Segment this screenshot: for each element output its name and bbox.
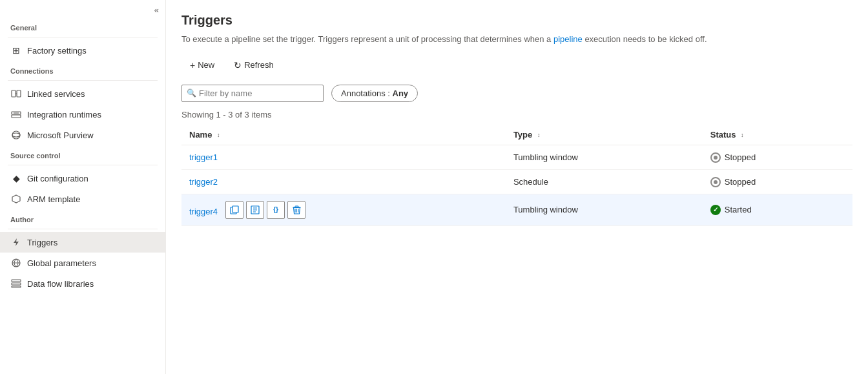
- col-type: Type ↕: [506, 125, 703, 145]
- sidebar-item-linked-services[interactable]: Linked services: [0, 83, 165, 104]
- section-label-source-control: Source control: [0, 145, 165, 162]
- status-dot: [710, 205, 721, 215]
- copy-button[interactable]: [225, 201, 243, 219]
- purview-icon: [10, 129, 22, 141]
- trigger-status-cell: Started: [703, 194, 852, 225]
- col-status: Status ↕: [703, 125, 852, 145]
- global-params-icon: [10, 257, 22, 269]
- sidebar-item-label: ARM template: [27, 194, 80, 204]
- trigger-type-cell: Schedule: [506, 169, 703, 194]
- trigger-link[interactable]: trigger1: [189, 152, 218, 162]
- divider-general: [8, 37, 158, 37]
- git-icon: ◆: [10, 172, 22, 184]
- annotations-value: Any: [393, 88, 409, 98]
- type-sort-icon[interactable]: ↕: [537, 132, 541, 138]
- sidebar-item-global-parameters[interactable]: Global parameters: [0, 253, 165, 273]
- triggers-table: Name ↕ Type ↕ Status ↕ trigger1Tumbling …: [181, 125, 852, 226]
- filter-input[interactable]: [181, 85, 324, 102]
- svg-point-7: [12, 133, 20, 137]
- sidebar-item-integration-runtimes[interactable]: Integration runtimes: [0, 104, 165, 125]
- page-title: Triggers: [181, 13, 852, 28]
- new-label: New: [198, 60, 214, 70]
- sidebar: « General ⊞ Factory settings Connections…: [0, 0, 166, 374]
- filter-input-wrap: 🔍: [181, 85, 324, 102]
- trigger-link[interactable]: trigger2: [189, 177, 218, 187]
- svg-rect-4: [12, 115, 21, 118]
- trigger-name-cell: trigger2: [181, 169, 506, 194]
- trigger-status-cell: Stopped: [703, 145, 852, 169]
- sidebar-item-arm-template[interactable]: ARM template: [0, 189, 165, 209]
- integration-icon: [10, 109, 22, 120]
- divider-source-control: [8, 165, 158, 165]
- trigger-link[interactable]: trigger4: [189, 207, 218, 216]
- refresh-button[interactable]: ↻ Refresh: [225, 56, 282, 74]
- svg-rect-13: [12, 286, 21, 287]
- svg-point-6: [12, 131, 20, 139]
- svg-rect-11: [12, 280, 21, 282]
- section-label-connections: Connections: [0, 61, 165, 78]
- refresh-label: Refresh: [244, 60, 274, 70]
- svg-rect-15: [232, 206, 238, 213]
- arm-icon: [10, 193, 22, 205]
- section-label-general: General: [0, 17, 165, 34]
- plus-icon: +: [190, 60, 195, 70]
- svg-rect-24: [295, 206, 298, 207]
- page-description: To execute a pipeline set the trigger. T…: [181, 33, 763, 46]
- sidebar-item-label: Factory settings: [27, 46, 87, 56]
- status-text: Stopped: [725, 177, 756, 187]
- sidebar-item-triggers[interactable]: Triggers: [0, 232, 165, 253]
- link-icon: [10, 88, 22, 99]
- status-dot: [710, 152, 721, 163]
- clone-button[interactable]: [246, 201, 264, 219]
- table-header-row: Name ↕ Type ↕ Status ↕: [181, 125, 852, 145]
- table-row: trigger4{}Tumbling windowStarted: [181, 194, 852, 225]
- trigger-name-cell: trigger4{}: [181, 194, 506, 225]
- row-actions: {}: [225, 201, 305, 219]
- trigger-type-cell: Tumbling window: [506, 145, 703, 169]
- sidebar-item-data-flow-libraries[interactable]: Data flow libraries: [0, 273, 165, 294]
- delete-button[interactable]: [287, 201, 305, 219]
- sidebar-item-microsoft-purview[interactable]: Microsoft Purview: [0, 125, 165, 145]
- name-sort-icon[interactable]: ↕: [217, 132, 220, 138]
- status-text: Stopped: [725, 152, 756, 162]
- triggers-icon: [10, 236, 22, 248]
- sidebar-item-factory-settings[interactable]: ⊞ Factory settings: [0, 40, 165, 61]
- svg-rect-1: [17, 90, 21, 97]
- annotations-label: Annotations: [341, 88, 386, 98]
- trigger-name-cell: trigger1: [181, 145, 506, 169]
- section-label-author: Author: [0, 209, 165, 226]
- status-dot: [710, 177, 721, 187]
- trigger-status-cell: Stopped: [703, 169, 852, 194]
- showing-label: Showing 1 - 3 of 3 items: [181, 110, 852, 119]
- divider-author: [8, 229, 158, 229]
- collapse-button[interactable]: «: [0, 0, 165, 17]
- toolbar: + New ↻ Refresh: [181, 56, 852, 74]
- sidebar-item-label: Linked services: [27, 89, 85, 99]
- table-row: trigger2ScheduleStopped: [181, 169, 852, 194]
- col-name: Name ↕: [181, 125, 506, 145]
- status-badge: Stopped: [710, 152, 756, 163]
- data-flow-icon: [10, 278, 22, 289]
- divider-connections: [8, 80, 158, 81]
- refresh-icon: ↻: [234, 60, 242, 70]
- svg-rect-0: [12, 90, 16, 97]
- status-badge: Stopped: [710, 177, 756, 187]
- sidebar-item-label: Triggers: [27, 238, 57, 247]
- status-badge: Started: [710, 205, 752, 215]
- svg-rect-12: [12, 283, 21, 285]
- table-row: trigger1Tumbling windowStopped: [181, 145, 852, 169]
- search-icon: 🔍: [187, 88, 196, 98]
- sidebar-item-label: Microsoft Purview: [27, 130, 94, 140]
- factory-settings-icon: ⊞: [10, 45, 22, 56]
- main-content: Triggers To execute a pipeline set the t…: [166, 0, 868, 374]
- sidebar-item-label: Integration runtimes: [27, 110, 101, 119]
- sidebar-item-git-configuration[interactable]: ◆ Git configuration: [0, 168, 165, 189]
- status-text: Started: [725, 205, 752, 214]
- trigger-type-cell: Tumbling window: [506, 194, 703, 225]
- status-sort-icon[interactable]: ↕: [741, 132, 744, 138]
- annotations-filter-button[interactable]: Annotations : Any: [331, 85, 418, 102]
- svg-marker-8: [12, 195, 20, 203]
- json-button[interactable]: {}: [267, 201, 285, 219]
- sidebar-item-label: Git configuration: [27, 174, 88, 183]
- new-button[interactable]: + New: [181, 56, 223, 74]
